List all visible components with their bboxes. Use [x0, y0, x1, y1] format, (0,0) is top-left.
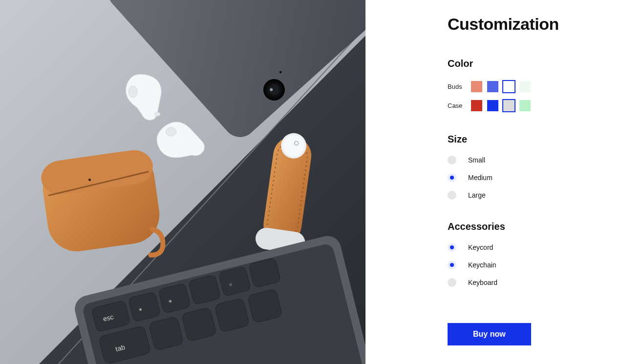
color-swatch-case-grey[interactable] [502, 99, 515, 112]
accessories-option-label: Keycord [468, 243, 493, 251]
radio-icon [448, 173, 456, 182]
color-row-case: Case [448, 99, 623, 112]
svg-point-10 [166, 127, 176, 136]
accessories-section: Accessories KeycordKeychainKeyboard [448, 221, 623, 287]
swatch-fill [503, 100, 514, 111]
radio-icon [448, 261, 456, 269]
swatch-fill [503, 81, 514, 92]
color-swatch-case-red[interactable] [470, 99, 483, 112]
color-row-label: Buds [448, 83, 467, 90]
accessories-option-label: Keyboard [468, 279, 497, 286]
size-option-medium[interactable]: Medium [448, 173, 623, 182]
accessories-heading: Accessories [448, 221, 623, 232]
color-swatch-buds-indigo[interactable] [486, 80, 499, 93]
swatch-fill [519, 100, 531, 111]
swatch-fill [519, 81, 531, 92]
accessories-option-label: Keychain [468, 261, 496, 269]
customization-panel: Customization Color BudsCase Size SmallM… [365, 0, 643, 364]
size-option-large[interactable]: Large [448, 191, 623, 200]
product-image: esc tab ☀ ☀ ☼ [0, 0, 365, 364]
radio-icon [448, 191, 456, 200]
buy-button[interactable]: Buy now [448, 323, 531, 345]
color-swatch-case-blue[interactable] [486, 99, 499, 112]
accessories-option-keyboard[interactable]: Keyboard [448, 278, 623, 287]
radio-icon [448, 156, 456, 164]
color-swatch-buds-coral[interactable] [470, 80, 483, 93]
color-swatch-case-green[interactable] [518, 99, 532, 112]
size-option-small[interactable]: Small [448, 156, 623, 164]
size-heading: Size [448, 134, 623, 145]
color-swatch-buds-mint[interactable] [518, 80, 532, 93]
color-section: Color BudsCase [448, 58, 623, 112]
color-row-buds: Buds [448, 80, 623, 93]
color-heading: Color [448, 58, 623, 69]
size-option-label: Large [468, 191, 486, 199]
radio-icon [448, 243, 456, 252]
swatch-fill [471, 81, 482, 92]
swatch-fill [487, 100, 498, 111]
svg-point-8 [129, 86, 137, 98]
page-title: Customization [448, 15, 623, 34]
accessories-option-keychain[interactable]: Keychain [448, 261, 623, 269]
size-section: Size SmallMediumLarge [448, 134, 623, 200]
color-row-label: Case [448, 102, 467, 109]
accessories-option-keycord[interactable]: Keycord [448, 243, 623, 252]
size-option-label: Medium [468, 174, 493, 182]
swatch-fill [487, 81, 498, 92]
color-swatch-buds-white[interactable] [502, 80, 515, 93]
size-option-label: Small [468, 156, 485, 164]
swatch-fill [471, 100, 482, 111]
svg-point-9 [154, 112, 160, 116]
radio-icon [448, 278, 456, 287]
